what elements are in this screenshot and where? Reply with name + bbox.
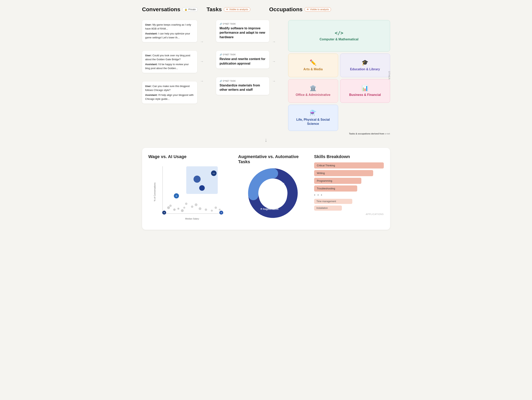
eye-icon-occ: 👁: [307, 8, 309, 11]
onet-reference: Tasks & occupations derived from o·net: [288, 133, 390, 135]
large-dot: [193, 176, 201, 183]
conv1-user-text: My game keeps crashing as I only have 8G…: [145, 23, 191, 30]
dot: [211, 210, 213, 212]
science-icon: ⚗️: [310, 110, 317, 116]
occ-title-arts: Arts & Media: [304, 67, 323, 71]
conversations-title: Conversations: [142, 6, 180, 13]
link-icon-2: 🔗: [220, 54, 222, 56]
augmentative-label-bottom: ⟳ Augmentative: [260, 208, 279, 210]
occupations-title: Occupations: [269, 6, 303, 13]
other-label: Other: [388, 71, 391, 80]
eye-icon: 👁: [226, 8, 228, 11]
occ-title-education: Education & Library: [350, 67, 380, 71]
skill-bar-troubleshooting: Troubleshooting: [314, 185, 357, 191]
dot: [169, 204, 172, 207]
dot: [191, 205, 193, 208]
dot: [183, 207, 185, 209]
skill-more-dots: • • •: [314, 193, 384, 197]
automative-label-top: ⚙ Automative: [269, 182, 285, 185]
down-arrow: ↓: [142, 137, 390, 143]
occ-card-office[interactable]: 🏛️ Office & Administrative: [288, 79, 338, 103]
donut-container: ⚙ Automative ⟳ Augmentative: [247, 167, 298, 223]
dot: [181, 209, 184, 212]
arrow-col-1: → → →: [197, 20, 207, 91]
arts-dot-icon: ⚙: [176, 195, 177, 197]
occ-card-arts[interactable]: ✏️ Arts & Media: [288, 54, 338, 77]
assistant-label-3: Assistant:: [145, 94, 158, 96]
computer-icon: </>: [335, 30, 343, 36]
task-text-2: Review and rewrite content for publicati…: [220, 57, 266, 66]
link-icon-1: 🔗: [220, 23, 222, 25]
lock-icon: 🔒: [184, 8, 187, 11]
dot: [205, 209, 207, 211]
skill-bar-programming: Programming: [314, 178, 361, 184]
arrow-right-4: →: [269, 32, 279, 51]
tasks-header: Tasks 👁 Visible to analysts: [207, 6, 260, 17]
task-card-3: 🔗 O*NET TASK Standardize materials from …: [216, 77, 269, 95]
skill-bar-time-mgmt: Time management: [314, 199, 353, 204]
tasks-title: Tasks: [207, 6, 222, 13]
medium-dot: [199, 185, 205, 191]
business-icon: 📊: [361, 85, 368, 91]
dot: [215, 207, 217, 209]
occ-title-business: Business & Financial: [349, 93, 381, 97]
occ-card-science[interactable]: ⚗️ Life, Physical & Social Science: [288, 105, 338, 131]
task-label-2: 🔗 O*NET TASK: [220, 54, 266, 56]
occ-title-office: Office & Administrative: [296, 93, 330, 97]
conversation-card-2: User: Could you look over my blog post a…: [142, 51, 197, 73]
occ-card-education[interactable]: 🎓 Education & Library: [340, 54, 390, 77]
y-label: % of Conversations: [153, 182, 156, 201]
dot: [199, 207, 201, 210]
computer-dot-icon: </>: [212, 172, 215, 174]
column-headers: Conversations 🔒 Private Tasks 👁 Visible …: [142, 6, 390, 17]
dot: [195, 203, 197, 206]
conv2-user-text: Could you look over my blog post about t…: [145, 54, 190, 61]
skills-area: Skills Breakdown Critical Thinking Writi…: [314, 154, 384, 223]
task-card-2: 🔗 O*NET TASK Review and rewrite content …: [216, 51, 269, 69]
main-container: Conversations 🔒 Private Tasks 👁 Visible …: [142, 6, 390, 230]
private-badge: 🔒 Private: [182, 7, 198, 12]
occ-card-business[interactable]: 📊 Business & Financial: [340, 79, 390, 103]
wage-chart: % of Conversations Median Salary: [148, 162, 232, 222]
top-content: User: My game keeps crashing as I only h…: [142, 20, 390, 135]
conv3-user-text: Can you make sure this blogpost follows …: [145, 85, 190, 92]
tasks-visible-badge: 👁 Visible to analysts: [224, 7, 250, 12]
occupations-grid: </> Computer & Mathematical ✏️ Arts & Me…: [288, 20, 390, 131]
office-icon: 🏛️: [310, 85, 317, 91]
user-label-2: User:: [145, 54, 152, 57]
x-label: Median Salary: [185, 217, 199, 220]
arrow-right-6: →: [269, 71, 279, 91]
occ-card-computer[interactable]: </> Computer & Mathematical: [288, 20, 390, 51]
education-icon: 🎓: [361, 59, 368, 66]
donut-title: Augmentative vs. Automative Tasks: [238, 154, 308, 164]
donut-hole: [259, 181, 287, 209]
task-label-3: 🔗 O*NET TASK: [220, 80, 266, 82]
occupations-visible-badge: 👁 Visible to analysts: [304, 7, 331, 12]
task-card-1: 🔗 O*NET TASK Modify software to improve …: [216, 20, 269, 42]
dot: [177, 208, 179, 210]
link-icon-3: 🔗: [220, 80, 222, 82]
user-label: User:: [145, 23, 152, 26]
conversations-header: Conversations 🔒 Private: [142, 6, 197, 17]
assistant-label: Assistant:: [145, 32, 158, 35]
arrow-right-3: →: [197, 71, 207, 91]
occupations-header: Occupations 👁 Visible to analysts: [269, 6, 390, 17]
assistant-label-2: Assistant:: [145, 63, 158, 66]
wage-chart-title: Wage vs. AI Usage: [148, 154, 232, 159]
dot: [219, 209, 221, 211]
wage-chart-area: Wage vs. AI Usage % of Conversations Med…: [148, 154, 232, 223]
bottom-right-icon: ⚙: [221, 212, 222, 214]
arrow-col-2: → → →: [269, 20, 279, 91]
conversation-card-3: User: Can you make sure this blogpost fo…: [142, 82, 197, 103]
donut-svg: ⚙ Automative ⟳ Augmentative: [247, 167, 298, 223]
bottom-left-icon: ⚙: [163, 212, 165, 214]
occ-title-science: Life, Physical & Social Science: [291, 118, 335, 126]
user-label-3: User:: [145, 85, 152, 88]
dot: [167, 206, 170, 209]
bottom-section: Wage vs. AI Usage % of Conversations Med…: [142, 148, 390, 230]
skill-bar-installation: Installation: [314, 205, 342, 211]
task-text-1: Modify software to improve performance a…: [220, 26, 266, 39]
skills-title: Skills Breakdown: [314, 154, 384, 159]
task-label-1: 🔗 O*NET TASK: [220, 23, 266, 25]
arts-icon: ✏️: [310, 59, 317, 66]
